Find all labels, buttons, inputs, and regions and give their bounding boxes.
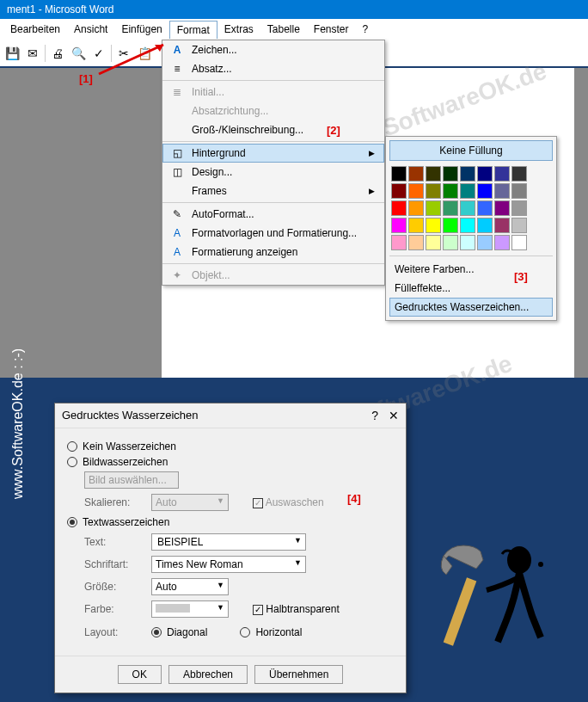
menu-autoformat[interactable]: ✎ AutoFormat...: [162, 205, 384, 224]
text-label: Text:: [84, 536, 144, 548]
radio-icon: [67, 517, 77, 527]
menu-bearbeiten[interactable]: Bearbeiten: [3, 21, 67, 39]
washout-checkbox: ✓: [253, 498, 263, 508]
fill-effects[interactable]: Fülleffekte...: [389, 279, 553, 298]
dropcap-icon: ≣: [168, 86, 187, 98]
menu-hintergrund[interactable]: ◱ Hintergrund ▶: [162, 144, 384, 163]
menu-tabelle[interactable]: Tabelle: [260, 21, 307, 39]
radio-horizontal[interactable]: Horizontal: [240, 626, 302, 638]
save-icon[interactable]: 💾: [3, 45, 21, 62]
menu-frames[interactable]: Frames ▶: [162, 182, 384, 200]
menu-ansicht[interactable]: Ansicht: [67, 21, 114, 39]
color-cell[interactable]: [460, 218, 475, 233]
color-cell[interactable]: [391, 235, 407, 250]
mail-icon[interactable]: ✉: [24, 45, 41, 62]
text-select[interactable]: BEISPIEL▼: [151, 533, 306, 551]
color-cell[interactable]: [460, 200, 475, 216]
radio-icon: [67, 441, 77, 452]
color-cell[interactable]: [426, 166, 441, 182]
svg-line-0: [99, 45, 163, 74]
radio-no-wm[interactable]: Kein Wasserzeichen: [67, 440, 394, 453]
color-cell[interactable]: [426, 235, 441, 250]
color-cell[interactable]: [511, 235, 527, 250]
color-cell[interactable]: [460, 166, 475, 182]
semitrans-checkbox[interactable]: ✓: [253, 605, 263, 615]
menu-design[interactable]: ◫ Design...: [162, 163, 384, 182]
color-cell[interactable]: [460, 235, 475, 250]
hammer-figure-icon: [433, 530, 554, 650]
more-colors[interactable]: Weitere Farben...: [389, 260, 553, 279]
submenu-arrow-icon: ▶: [369, 149, 379, 157]
menu-format[interactable]: Format: [169, 21, 217, 39]
font-select[interactable]: Times New Roman▼: [151, 556, 306, 573]
color-cell[interactable]: [494, 218, 510, 233]
color-cell[interactable]: [426, 183, 441, 199]
color-cell[interactable]: [477, 235, 493, 250]
color-cell[interactable]: [426, 200, 441, 216]
color-cell[interactable]: [477, 183, 493, 199]
menu-formatierung-anzeigen[interactable]: A Formatierung anzeigen: [162, 243, 384, 262]
menu-fenster[interactable]: Fenster: [307, 21, 356, 39]
color-cell[interactable]: [494, 200, 510, 216]
color-cell[interactable]: [494, 183, 510, 199]
color-cell[interactable]: [511, 166, 527, 182]
ok-button[interactable]: OK: [118, 665, 162, 684]
preview-icon[interactable]: 🔍: [70, 45, 87, 62]
color-cell[interactable]: [408, 218, 424, 233]
menu-formatvorlagen[interactable]: A Formatvorlagen und Formatierung...: [162, 224, 384, 243]
radio-text-wm[interactable]: Textwasserzeichen: [67, 516, 394, 528]
color-cell[interactable]: [511, 183, 527, 199]
hintergrund-submenu: Keine Füllung Weitere Farben... Fülleffe…: [385, 136, 557, 321]
color-cell[interactable]: [511, 218, 527, 233]
radio-diagonal[interactable]: Diagonal: [151, 626, 207, 638]
menu-einfuegen[interactable]: Einfügen: [114, 21, 168, 39]
autoformat-icon: ✎: [168, 208, 187, 220]
no-fill-option[interactable]: Keine Füllung: [389, 140, 553, 161]
color-cell[interactable]: [477, 218, 493, 233]
color-cell[interactable]: [408, 200, 424, 216]
color-cell[interactable]: [408, 166, 424, 182]
printed-watermark[interactable]: Gedrucktes Wasserzeichen...: [389, 298, 553, 317]
menu-zeichen[interactable]: A Zeichen...: [162, 40, 384, 59]
radio-icon: [151, 627, 162, 637]
color-cell[interactable]: [408, 235, 424, 250]
annotation-4: [4]: [347, 492, 361, 505]
color-cell[interactable]: [443, 166, 458, 182]
radio-img-wm[interactable]: Bildwasserzeichen: [67, 456, 394, 468]
color-cell[interactable]: [408, 183, 424, 199]
apply-button[interactable]: Übernehmen: [254, 665, 343, 684]
menu-extras[interactable]: Extras: [217, 21, 260, 39]
color-cell[interactable]: [391, 183, 407, 199]
color-cell[interactable]: [477, 200, 493, 216]
close-button[interactable]: ✕: [389, 409, 399, 422]
bucket-icon: ◱: [168, 147, 187, 159]
color-cell[interactable]: [391, 166, 407, 182]
dialog-title-text: Gedrucktes Wasserzeichen: [62, 409, 198, 422]
cancel-button[interactable]: Abbrechen: [168, 665, 248, 684]
annotation-2: [2]: [327, 124, 340, 137]
color-cell[interactable]: [443, 183, 458, 199]
svg-rect-4: [444, 577, 477, 645]
color-cell[interactable]: [443, 235, 458, 250]
menu-initial: ≣ Initial...: [162, 83, 384, 102]
menu-schreibung[interactable]: Groß-/Kleinschreibung...: [162, 120, 384, 139]
color-cell[interactable]: [391, 200, 407, 216]
size-select[interactable]: Auto▼: [151, 578, 229, 595]
design-icon: ◫: [168, 166, 187, 178]
color-cell[interactable]: [443, 218, 458, 233]
color-cell[interactable]: [511, 200, 527, 216]
help-button[interactable]: ?: [371, 409, 378, 422]
color-cell[interactable]: [443, 200, 458, 216]
print-icon[interactable]: 🖨: [49, 45, 66, 62]
size-label: Größe:: [84, 581, 144, 593]
menu-help[interactable]: ?: [356, 21, 376, 39]
color-cell[interactable]: [460, 183, 475, 199]
object-icon: ✦: [168, 269, 187, 281]
menu-absatz[interactable]: ≡ Absatz...: [162, 59, 384, 78]
color-cell[interactable]: [494, 166, 510, 182]
color-select[interactable]: ▼: [151, 600, 229, 618]
color-cell[interactable]: [477, 166, 493, 182]
color-cell[interactable]: [494, 235, 510, 250]
color-cell[interactable]: [426, 218, 441, 233]
color-cell[interactable]: [391, 218, 407, 233]
